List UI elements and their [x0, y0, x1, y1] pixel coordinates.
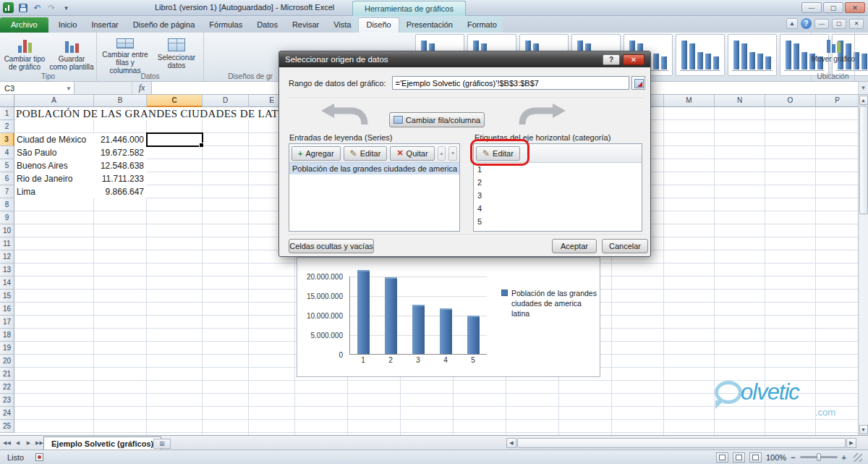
population-cell[interactable]: 12.548.638 [94, 159, 147, 172]
row-header[interactable]: 17 [0, 316, 14, 329]
undo-icon[interactable] [32, 2, 43, 13]
vertical-scroll-thumb[interactable] [859, 106, 868, 214]
row-header[interactable]: 2 [0, 120, 14, 133]
row-header[interactable]: 15 [0, 290, 14, 303]
row-header[interactable]: 1 [0, 107, 14, 120]
row-header[interactable]: 8 [0, 198, 14, 211]
row-header[interactable]: 12 [0, 250, 14, 263]
population-cell[interactable]: 21.446.000 [94, 133, 147, 146]
zoom-out-icon[interactable]: − [791, 453, 795, 462]
row-header[interactable]: 24 [0, 407, 14, 420]
category-list-item[interactable]: 4 [474, 202, 642, 215]
category-list-item[interactable]: 3 [474, 189, 642, 202]
city-cell[interactable]: Ciudad de México [14, 133, 94, 146]
column-header[interactable]: A [14, 95, 94, 107]
page-break-view-icon[interactable] [749, 452, 762, 463]
workbook-minimize-button[interactable]: — [814, 19, 829, 29]
name-box-dropdown-icon[interactable]: ▼ [66, 85, 72, 92]
next-sheet-icon[interactable]: ▶ [24, 438, 33, 447]
row-header[interactable]: 23 [0, 394, 14, 407]
tab-datos[interactable]: Datos [250, 17, 285, 33]
column-header[interactable]: C [147, 95, 203, 107]
range-picker-icon[interactable] [631, 76, 645, 90]
row-header[interactable]: 3 [0, 133, 14, 146]
row-header[interactable]: 18 [0, 329, 14, 342]
edit-categories-button[interactable]: ✎Editar [476, 146, 520, 161]
move-up-icon[interactable]: ▲ [438, 146, 446, 161]
tab-formato[interactable]: Formato [460, 17, 504, 33]
column-header[interactable]: M [664, 95, 715, 107]
row-header[interactable]: 11 [0, 237, 14, 250]
column-header[interactable]: N [715, 95, 765, 107]
row-header[interactable]: 9 [0, 211, 14, 224]
data-row[interactable]: Buenos Aires 12.548.638 [14, 159, 147, 172]
page-layout-view-icon[interactable] [733, 452, 745, 463]
row-header[interactable]: 6 [0, 172, 14, 185]
edit-series-button[interactable]: ✎Editar [344, 146, 388, 161]
remove-series-button[interactable]: ✕Quitar [390, 146, 434, 161]
expand-formula-bar-icon[interactable]: ▼ [858, 82, 868, 94]
sheet-tab-active[interactable]: Ejemplo Solvetic (gráficos) [43, 436, 161, 450]
category-list-item[interactable]: 5 [474, 215, 642, 228]
insert-sheet-icon[interactable]: ⊞ [153, 439, 171, 449]
zoom-level[interactable]: 100% [766, 453, 786, 462]
row-header[interactable]: 5 [0, 159, 14, 172]
zoom-in-icon[interactable]: + [842, 453, 846, 462]
minimize-button[interactable]: — [801, 2, 822, 13]
qat-dropdown-icon[interactable] [61, 2, 72, 13]
cancel-button[interactable]: Cancelar [602, 239, 648, 253]
scroll-up-icon[interactable]: ▲ [859, 96, 868, 105]
category-list-item[interactable]: 1 [474, 163, 642, 176]
population-cell[interactable]: 9.866.647 [94, 185, 147, 198]
workbook-restore-button[interactable]: ▢ [832, 19, 846, 29]
row-header[interactable]: 21 [0, 368, 14, 381]
workbook-close-button[interactable]: ✕ [849, 19, 864, 29]
row-header[interactable]: 7 [0, 185, 14, 198]
minimize-ribbon-icon[interactable]: ▲ [786, 18, 798, 29]
tab-revisar[interactable]: Revisar [285, 17, 326, 33]
redo-icon[interactable] [46, 2, 57, 13]
chart-style-thumbnail[interactable] [728, 34, 777, 76]
chart-style-thumbnail[interactable] [676, 34, 725, 76]
row-header[interactable]: 25 [0, 420, 14, 433]
row-header[interactable]: 13 [0, 263, 14, 277]
row-header[interactable]: 22 [0, 381, 14, 394]
embedded-chart[interactable]: 20.000.00015.000.00010.000.0005.000.0000… [297, 257, 600, 377]
tab-presentacion[interactable]: Presentación [399, 17, 460, 33]
horizontal-scrollbar[interactable]: ◀ ▶ [506, 438, 856, 448]
cambiar-filas-columnas-button[interactable]: Cambiar entre filas y columnas [100, 34, 150, 75]
column-header[interactable]: D [203, 95, 249, 107]
row-header[interactable]: 16 [0, 303, 14, 316]
row-header[interactable]: 4 [0, 146, 14, 159]
tab-diseno[interactable]: Diseño [358, 17, 399, 33]
column-header[interactable]: B [94, 95, 147, 107]
select-all-corner[interactable] [0, 95, 14, 107]
zoom-slider[interactable] [800, 456, 838, 458]
mover-grafico-button[interactable]: Mover gráfico [811, 34, 856, 75]
guardar-plantilla-button[interactable]: Guardar como plantilla [49, 34, 94, 75]
save-icon[interactable] [19, 4, 27, 12]
column-header[interactable]: P [816, 95, 858, 107]
add-series-button[interactable]: +Agregar [292, 146, 341, 161]
tab-inicio[interactable]: Inicio [51, 17, 85, 33]
tab-diseno-pagina[interactable]: Diseño de página [126, 17, 203, 33]
maximize-button[interactable]: ▢ [823, 2, 843, 13]
close-button[interactable]: ✕ [845, 2, 865, 13]
hidden-cells-button[interactable]: Celdas ocultas y vacías [289, 239, 374, 253]
tab-insertar[interactable]: Insertar [84, 17, 125, 33]
normal-view-icon[interactable] [716, 452, 728, 463]
range-input[interactable] [392, 76, 629, 90]
seleccionar-datos-button[interactable]: Seleccionar datos [152, 34, 201, 75]
name-box[interactable]: C3 ▼ [0, 82, 75, 94]
dialog-help-icon[interactable]: ? [603, 54, 620, 65]
horizontal-scroll-thumb[interactable] [517, 438, 846, 448]
tab-formulas[interactable]: Fórmulas [202, 17, 250, 33]
row-header[interactable]: 14 [0, 277, 14, 290]
data-row[interactable]: Ciudad de México 21.446.000 [14, 133, 147, 146]
vertical-scrollbar[interactable]: ▲ ▼ [858, 95, 868, 435]
city-cell[interactable]: Lima [14, 185, 94, 198]
series-list-item[interactable]: Población de las grandes ciudades de ame… [289, 163, 459, 174]
prev-sheet-icon[interactable]: ◀ [13, 438, 22, 447]
scroll-down-icon[interactable]: ▼ [859, 425, 868, 434]
ok-button[interactable]: Aceptar [552, 239, 597, 253]
